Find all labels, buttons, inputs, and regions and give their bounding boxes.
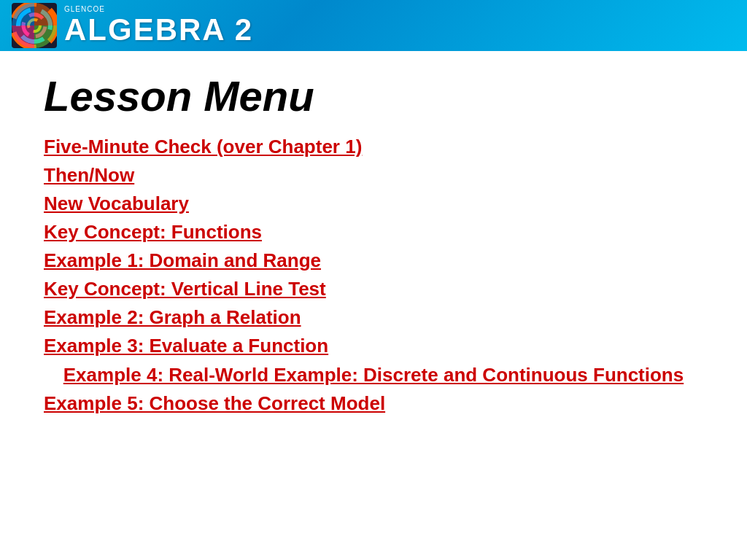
menu-item-example2-graph-relation: Example 2: Graph a Relation [44, 305, 703, 330]
menu-link-example5-correct-model[interactable]: Example 5: Choose the Correct Model [44, 391, 703, 416]
menu-item-key-concept-vertical-line-test: Key Concept: Vertical Line Test [44, 276, 703, 302]
menu-link-example2-graph-relation[interactable]: Example 2: Graph a Relation [44, 305, 703, 330]
menu-item-then-now: Then/Now [44, 163, 703, 188]
menu-link-example4-real-world[interactable]: Example 4: Real-World Example: Discrete … [63, 362, 684, 388]
menu-link-five-minute-check[interactable]: Five-Minute Check (over Chapter 1) [44, 134, 703, 160]
menu-link-then-now[interactable]: Then/Now [44, 163, 703, 188]
page-title: Lesson Menu [44, 73, 703, 120]
menu-item-new-vocabulary: New Vocabulary [44, 191, 703, 217]
menu-link-key-concept-functions[interactable]: Key Concept: Functions [44, 219, 703, 245]
app-header: GLENCOE ALGEBRA 2 [0, 0, 747, 51]
menu-item-key-concept-functions: Key Concept: Functions [44, 219, 703, 245]
menu-link-example3-evaluate-function[interactable]: Example 3: Evaluate a Function [44, 333, 703, 359]
menu-list: Five-Minute Check (over Chapter 1)Then/N… [44, 134, 703, 416]
main-content: Lesson Menu Five-Minute Check (over Chap… [0, 51, 747, 434]
menu-item-example5-correct-model: Example 5: Choose the Correct Model [44, 391, 703, 416]
menu-link-example1-domain-range[interactable]: Example 1: Domain and Range [44, 248, 703, 273]
menu-item-five-minute-check: Five-Minute Check (over Chapter 1) [44, 134, 703, 160]
menu-item-example3-evaluate-function: Example 3: Evaluate a Function [44, 333, 703, 359]
menu-link-key-concept-vertical-line-test[interactable]: Key Concept: Vertical Line Test [44, 276, 703, 302]
menu-link-new-vocabulary[interactable]: New Vocabulary [44, 191, 703, 217]
brand-text: GLENCOE ALGEBRA 2 [64, 6, 253, 45]
algebra-title: ALGEBRA 2 [64, 15, 253, 45]
menu-item-example1-domain-range: Example 1: Domain and Range [44, 248, 703, 273]
menu-item-example4-real-world: Example 4: Real-World Example: Discrete … [44, 362, 703, 388]
glencoe-logo [12, 3, 57, 48]
